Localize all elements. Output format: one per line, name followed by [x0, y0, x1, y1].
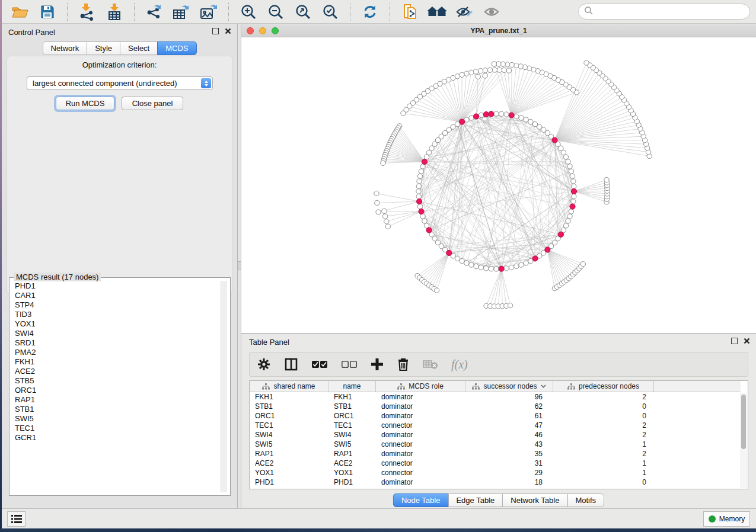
table-row[interactable]: FKH1FKH1dominator962 [250, 392, 741, 402]
network-node[interactable] [571, 179, 576, 184]
tab-style[interactable]: Style [87, 41, 120, 55]
export-table-icon[interactable] [169, 2, 194, 22]
settings-gear-icon[interactable] [257, 355, 271, 373]
network-node[interactable] [384, 219, 389, 224]
table-row[interactable]: SWI5SWI5connector431 [250, 440, 741, 449]
import-table-icon[interactable] [102, 2, 127, 22]
dominator-node[interactable] [489, 111, 494, 117]
hide-selected-icon[interactable] [452, 2, 477, 22]
network-node[interactable] [532, 121, 537, 126]
network-node[interactable] [479, 265, 483, 270]
float-panel-icon[interactable] [212, 28, 219, 34]
network-node[interactable] [401, 111, 406, 116]
network-node[interactable] [487, 68, 492, 72]
network-node[interactable] [483, 68, 487, 73]
network-node[interactable] [420, 214, 425, 219]
list-item[interactable]: TID3 [10, 310, 219, 319]
memory-button[interactable]: Memory [703, 511, 750, 527]
network-node[interactable] [489, 267, 493, 271]
network-node[interactable] [464, 71, 469, 76]
network-node[interactable] [494, 267, 499, 271]
list-item[interactable]: CAR1 [10, 291, 219, 300]
open-folder-icon[interactable] [8, 2, 33, 22]
table-row[interactable]: ACE2ACE2connector311 [250, 459, 741, 468]
close-panel-button[interactable]: Close panel [122, 97, 183, 110]
export-network-icon[interactable] [142, 2, 167, 22]
add-row-icon[interactable] [371, 355, 384, 373]
network-node[interactable] [584, 60, 589, 65]
network-node[interactable] [519, 116, 524, 120]
task-history-button[interactable] [7, 511, 25, 527]
dominator-node[interactable] [509, 113, 514, 118]
network-node[interactable] [504, 112, 509, 117]
network-node[interactable] [426, 150, 431, 155]
network-node[interactable] [381, 161, 385, 165]
list-item[interactable]: ORC1 [10, 386, 219, 395]
network-node[interactable] [479, 113, 483, 117]
table-row[interactable]: SWI4SWI4dominator462 [250, 430, 741, 440]
network-node[interactable] [374, 191, 379, 196]
select-all-checkboxes-icon[interactable] [311, 355, 328, 373]
network-node[interactable] [494, 111, 499, 116]
network-node[interactable] [464, 261, 469, 265]
network-node[interactable] [567, 164, 572, 169]
close-table-panel-icon[interactable] [744, 338, 750, 344]
network-node[interactable] [566, 159, 570, 164]
network-node[interactable] [572, 184, 576, 188]
dominator-node[interactable] [426, 227, 432, 233]
network-node[interactable] [497, 68, 502, 72]
network-node[interactable] [514, 114, 519, 118]
network-node[interactable] [434, 288, 439, 293]
network-node[interactable] [484, 266, 489, 271]
list-item[interactable]: STB5 [10, 376, 219, 386]
network-node[interactable] [566, 219, 570, 223]
network-node[interactable] [509, 265, 513, 270]
network-node[interactable] [524, 117, 528, 122]
network-node[interactable] [528, 119, 533, 124]
column-header-MCDS-role[interactable]: MCDS role [376, 381, 465, 392]
network-node[interactable] [474, 264, 479, 268]
network-node[interactable] [417, 179, 422, 184]
list-item[interactable]: RAP1 [10, 395, 219, 405]
list-item[interactable]: SWI4 [10, 329, 219, 338]
zoom-out-icon[interactable] [263, 2, 288, 22]
show-all-icon[interactable] [479, 2, 504, 22]
list-item[interactable]: PMA2 [10, 348, 219, 357]
network-node[interactable] [469, 70, 474, 75]
network-node[interactable] [476, 74, 480, 79]
network-window-titlebar[interactable]: YPA_prune.txt_1 [241, 24, 756, 37]
dominator-node[interactable] [571, 188, 576, 194]
table-scrollbar[interactable] [740, 393, 747, 488]
network-node[interactable] [417, 174, 422, 178]
mcds-result-list[interactable]: PHD1CAR1STP4TID3YOX1SWI4SRD1PMA2FKH1ACE2… [10, 281, 219, 495]
zoom-fit-icon[interactable] [291, 2, 315, 22]
list-item[interactable]: GCR1 [10, 433, 219, 443]
network-node[interactable] [416, 194, 421, 198]
network-node[interactable] [375, 200, 379, 205]
delete-table-icon[interactable] [423, 355, 438, 373]
network-node[interactable] [478, 69, 483, 73]
export-image-icon[interactable] [196, 2, 221, 22]
table-row[interactable]: YOX1YOX1connector291 [250, 468, 741, 477]
list-item[interactable]: FKH1 [10, 357, 219, 367]
network-node[interactable] [455, 256, 460, 261]
table-scrollbar-thumb[interactable] [741, 395, 746, 449]
column-header-predecessor-nodes[interactable]: predecessor nodes [553, 381, 654, 392]
dominator-node[interactable] [552, 137, 557, 143]
dominator-node[interactable] [570, 204, 575, 209]
tab-mcds[interactable]: MCDS [157, 41, 196, 55]
network-node[interactable] [383, 214, 388, 219]
dominator-node[interactable] [532, 256, 538, 261]
network-node[interactable] [416, 184, 421, 188]
network-node[interactable] [569, 209, 573, 214]
network-node[interactable] [506, 68, 511, 73]
table-row[interactable]: RAP1RAP1dominator352 [250, 449, 741, 459]
dominator-node[interactable] [422, 159, 427, 164]
network-node[interactable] [504, 266, 509, 271]
list-item[interactable]: ACE2 [10, 367, 219, 376]
list-item[interactable]: SWI5 [10, 414, 219, 424]
tab-network-table[interactable]: Network Table [502, 493, 567, 507]
dominator-node[interactable] [558, 232, 563, 237]
list-item[interactable]: PHD1 [10, 281, 219, 291]
network-node[interactable] [567, 214, 572, 219]
